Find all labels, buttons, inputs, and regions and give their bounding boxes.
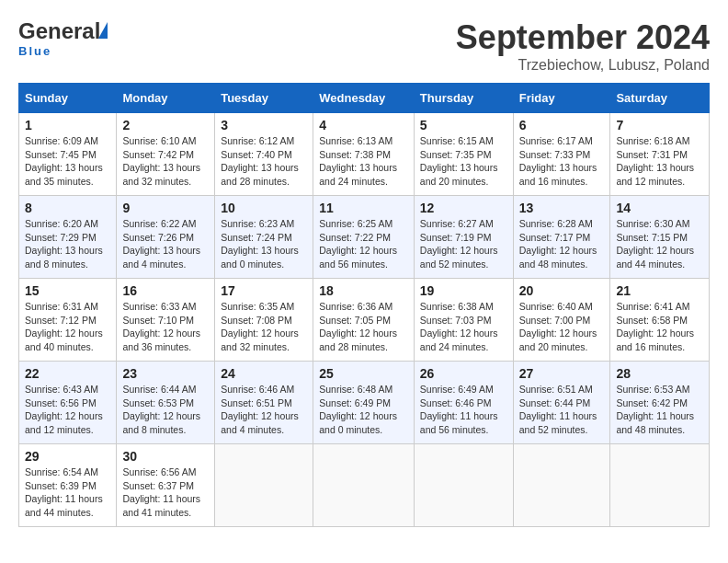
day-cell: 26 Sunrise: 6:49 AMSunset: 6:46 PMDaylig… [414,362,513,444]
day-cell: 30 Sunrise: 6:56 AMSunset: 6:37 PMDaylig… [117,444,215,527]
day-number: 13 [519,201,605,215]
day-cell: 18 Sunrise: 6:36 AMSunset: 7:05 PMDaylig… [313,279,415,362]
day-cell: 6 Sunrise: 6:17 AMSunset: 7:33 PMDayligh… [513,113,610,196]
day-number: 12 [420,201,507,215]
day-number: 2 [122,118,209,132]
day-detail: Sunrise: 6:20 AMSunset: 7:29 PMDaylight:… [25,218,103,270]
day-cell: 1 Sunrise: 6:09 AMSunset: 7:45 PMDayligh… [19,113,117,196]
day-number: 4 [319,118,408,132]
day-number: 10 [221,201,307,215]
day-detail: Sunrise: 6:18 AMSunset: 7:31 PMDaylight:… [616,135,694,187]
day-number: 11 [319,201,408,215]
day-cell: 13 Sunrise: 6:28 AMSunset: 7:17 PMDaylig… [513,196,610,279]
week-row-5: 29 Sunrise: 6:54 AMSunset: 6:39 PMDaylig… [19,444,710,527]
weekday-header-row: SundayMondayTuesdayWednesdayThursdayFrid… [19,84,710,113]
day-detail: Sunrise: 6:33 AMSunset: 7:10 PMDaylight:… [122,301,200,352]
day-number: 7 [616,118,703,132]
day-cell: 24 Sunrise: 6:46 AMSunset: 6:51 PMDaylig… [215,362,313,444]
logo-blue: Blue [18,44,51,58]
day-cell: 10 Sunrise: 6:23 AMSunset: 7:24 PMDaylig… [215,196,313,279]
weekday-header-thursday: Thursday [414,84,513,113]
page-header: General Blue September 2024 Trzebiechow,… [18,18,710,74]
day-number: 29 [25,449,110,464]
day-number: 17 [221,283,307,298]
day-number: 23 [122,366,209,381]
day-number: 16 [122,283,209,298]
day-detail: Sunrise: 6:28 AMSunset: 7:17 PMDaylight:… [519,218,597,270]
day-detail: Sunrise: 6:36 AMSunset: 7:05 PMDaylight:… [319,301,397,352]
day-number: 27 [519,366,605,381]
day-number: 21 [616,283,703,298]
weekday-header-friday: Friday [513,84,610,113]
day-number: 9 [122,201,209,215]
day-detail: Sunrise: 6:12 AMSunset: 7:40 PMDaylight:… [221,135,299,187]
day-cell: 28 Sunrise: 6:53 AMSunset: 6:42 PMDaylig… [610,362,710,444]
weekday-header-monday: Monday [117,84,215,113]
day-detail: Sunrise: 6:38 AMSunset: 7:03 PMDaylight:… [420,301,498,352]
logo: General Blue [18,18,108,58]
week-row-2: 8 Sunrise: 6:20 AMSunset: 7:29 PMDayligh… [19,196,710,279]
day-cell: 17 Sunrise: 6:35 AMSunset: 7:08 PMDaylig… [215,279,313,362]
day-detail: Sunrise: 6:30 AMSunset: 7:15 PMDaylight:… [616,218,694,270]
title-section: September 2024 Trzebiechow, Lubusz, Pola… [456,18,710,74]
day-detail: Sunrise: 6:15 AMSunset: 7:35 PMDaylight:… [420,135,498,187]
day-number: 6 [519,118,605,132]
day-detail: Sunrise: 6:51 AMSunset: 6:44 PMDaylight:… [519,384,597,435]
weekday-header-tuesday: Tuesday [215,84,313,113]
day-cell: 2 Sunrise: 6:10 AMSunset: 7:42 PMDayligh… [117,113,215,196]
day-cell: 4 Sunrise: 6:13 AMSunset: 7:38 PMDayligh… [313,113,415,196]
day-cell: 27 Sunrise: 6:51 AMSunset: 6:44 PMDaylig… [513,362,610,444]
day-cell: 29 Sunrise: 6:54 AMSunset: 6:39 PMDaylig… [19,444,117,527]
day-number: 22 [25,366,110,381]
day-detail: Sunrise: 6:22 AMSunset: 7:26 PMDaylight:… [122,218,200,270]
location-title: Trzebiechow, Lubusz, Poland [456,57,710,74]
logo-general: General [18,18,100,44]
day-number: 3 [221,118,307,132]
day-detail: Sunrise: 6:10 AMSunset: 7:42 PMDaylight:… [122,135,200,187]
day-detail: Sunrise: 6:09 AMSunset: 7:45 PMDaylight:… [25,135,103,187]
day-cell: 11 Sunrise: 6:25 AMSunset: 7:22 PMDaylig… [313,196,415,279]
day-cell [414,444,513,527]
day-number: 26 [420,366,507,381]
day-cell [313,444,415,527]
day-cell: 12 Sunrise: 6:27 AMSunset: 7:19 PMDaylig… [414,196,513,279]
day-number: 18 [319,283,408,298]
day-number: 28 [616,366,703,381]
day-detail: Sunrise: 6:13 AMSunset: 7:38 PMDaylight:… [319,135,397,187]
day-number: 5 [420,118,507,132]
day-number: 14 [616,201,703,215]
day-cell: 22 Sunrise: 6:43 AMSunset: 6:56 PMDaylig… [19,362,117,444]
day-number: 24 [221,366,307,381]
week-row-4: 22 Sunrise: 6:43 AMSunset: 6:56 PMDaylig… [19,362,710,444]
day-detail: Sunrise: 6:43 AMSunset: 6:56 PMDaylight:… [25,384,103,435]
day-detail: Sunrise: 6:31 AMSunset: 7:12 PMDaylight:… [25,301,103,352]
day-detail: Sunrise: 6:40 AMSunset: 7:00 PMDaylight:… [519,301,597,352]
day-number: 20 [519,283,605,298]
day-detail: Sunrise: 6:49 AMSunset: 6:46 PMDaylight:… [420,384,498,435]
day-cell: 15 Sunrise: 6:31 AMSunset: 7:12 PMDaylig… [19,279,117,362]
day-cell [610,444,710,527]
day-detail: Sunrise: 6:54 AMSunset: 6:39 PMDaylight:… [25,466,103,518]
day-cell: 21 Sunrise: 6:41 AMSunset: 6:58 PMDaylig… [610,279,710,362]
day-cell: 16 Sunrise: 6:33 AMSunset: 7:10 PMDaylig… [117,279,215,362]
day-detail: Sunrise: 6:17 AMSunset: 7:33 PMDaylight:… [519,135,597,187]
weekday-header-saturday: Saturday [610,84,710,113]
day-detail: Sunrise: 6:46 AMSunset: 6:51 PMDaylight:… [221,384,299,435]
day-number: 25 [319,366,408,381]
month-title: September 2024 [456,18,710,57]
day-number: 1 [25,118,110,132]
calendar-table: SundayMondayTuesdayWednesdayThursdayFrid… [18,83,710,527]
day-cell: 8 Sunrise: 6:20 AMSunset: 7:29 PMDayligh… [19,196,117,279]
day-cell: 23 Sunrise: 6:44 AMSunset: 6:53 PMDaylig… [117,362,215,444]
weekday-header-sunday: Sunday [19,84,117,113]
day-cell: 14 Sunrise: 6:30 AMSunset: 7:15 PMDaylig… [610,196,710,279]
day-cell: 5 Sunrise: 6:15 AMSunset: 7:35 PMDayligh… [414,113,513,196]
day-cell [513,444,610,527]
day-detail: Sunrise: 6:25 AMSunset: 7:22 PMDaylight:… [319,218,397,270]
week-row-1: 1 Sunrise: 6:09 AMSunset: 7:45 PMDayligh… [19,113,710,196]
day-cell: 20 Sunrise: 6:40 AMSunset: 7:00 PMDaylig… [513,279,610,362]
day-detail: Sunrise: 6:44 AMSunset: 6:53 PMDaylight:… [122,384,200,435]
day-detail: Sunrise: 6:53 AMSunset: 6:42 PMDaylight:… [616,384,694,435]
day-cell: 9 Sunrise: 6:22 AMSunset: 7:26 PMDayligh… [117,196,215,279]
day-cell: 25 Sunrise: 6:48 AMSunset: 6:49 PMDaylig… [313,362,415,444]
